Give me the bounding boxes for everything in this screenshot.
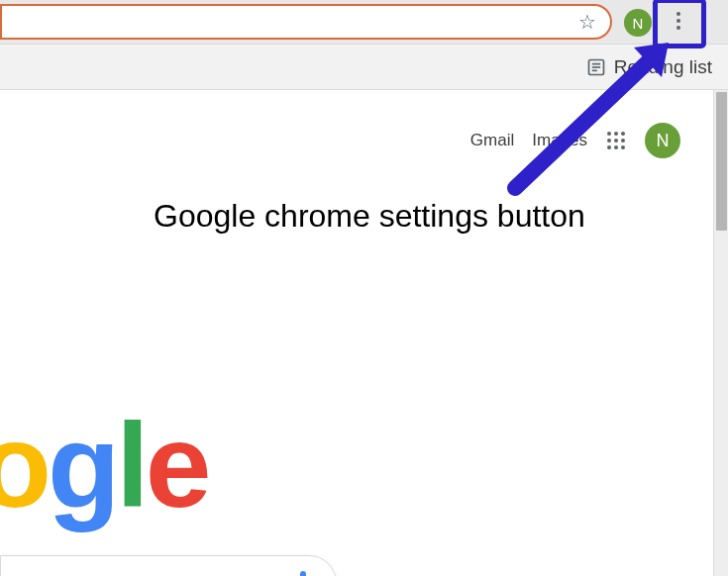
profile-avatar[interactable]: N xyxy=(624,9,652,37)
svg-point-7 xyxy=(607,132,611,136)
svg-point-0 xyxy=(676,12,680,16)
svg-point-1 xyxy=(676,19,680,23)
images-link[interactable]: Images xyxy=(532,131,587,150)
svg-point-15 xyxy=(621,145,625,149)
address-bar[interactable]: ☆ xyxy=(0,4,612,40)
google-search-box[interactable] xyxy=(0,555,337,576)
reading-list-label: Reading list xyxy=(614,56,712,78)
svg-point-12 xyxy=(621,139,625,143)
profile-initial: N xyxy=(633,15,644,32)
svg-point-10 xyxy=(607,139,611,143)
apps-grid-icon xyxy=(606,131,626,150)
svg-point-2 xyxy=(676,26,680,30)
scrollbar-thumb[interactable] xyxy=(716,92,727,231)
logo-letter-l: l xyxy=(116,397,145,533)
gmail-link[interactable]: Gmail xyxy=(470,131,514,150)
chrome-menu-button[interactable] xyxy=(662,4,695,38)
voice-search-icon[interactable] xyxy=(294,570,312,576)
vertical-dots-icon xyxy=(676,12,680,30)
bookmark-star-icon[interactable]: ☆ xyxy=(578,12,596,32)
google-apps-button[interactable] xyxy=(605,130,627,151)
svg-point-13 xyxy=(607,145,611,149)
logo-letter-g2: g xyxy=(48,397,116,533)
logo-letter-o2: o xyxy=(0,397,48,533)
google-account-avatar[interactable]: N xyxy=(645,123,680,158)
bookmarks-bar: Reading list xyxy=(0,45,728,90)
svg-point-9 xyxy=(621,132,625,136)
svg-point-14 xyxy=(614,145,618,149)
google-account-initial: N xyxy=(657,131,670,151)
svg-point-11 xyxy=(614,139,618,143)
browser-toolbar: ☆ N xyxy=(0,0,728,45)
vertical-scrollbar[interactable] xyxy=(713,90,728,576)
svg-point-8 xyxy=(614,132,618,136)
logo-letter-e: e xyxy=(146,397,208,533)
google-logo: G o o g l e xyxy=(0,397,207,533)
page-content: Gmail Images N G xyxy=(0,90,698,576)
reading-list-button[interactable]: Reading list xyxy=(586,56,712,78)
reading-list-icon xyxy=(586,57,606,77)
google-header-right: Gmail Images N xyxy=(470,123,680,158)
svg-rect-16 xyxy=(300,571,306,576)
